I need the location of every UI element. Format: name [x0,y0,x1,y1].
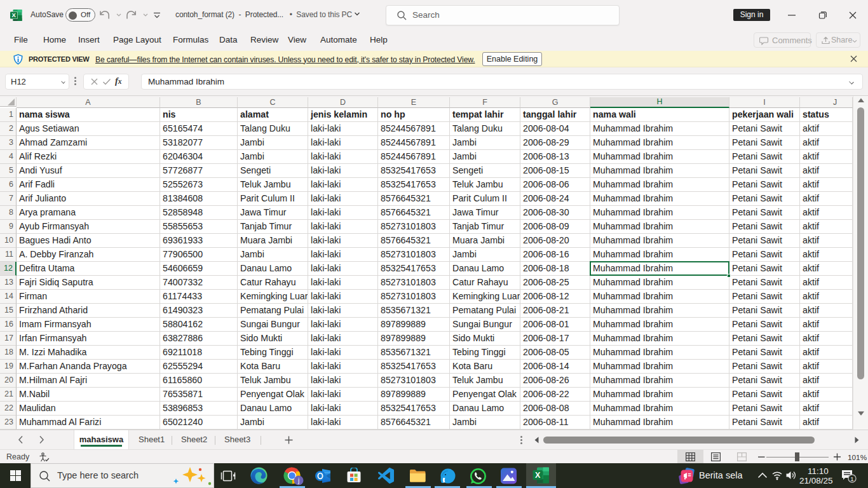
svg-text:j: j [297,477,299,484]
svg-text:X: X [11,11,16,18]
svg-text:1: 1 [850,475,853,482]
svg-text:X: X [535,471,541,480]
